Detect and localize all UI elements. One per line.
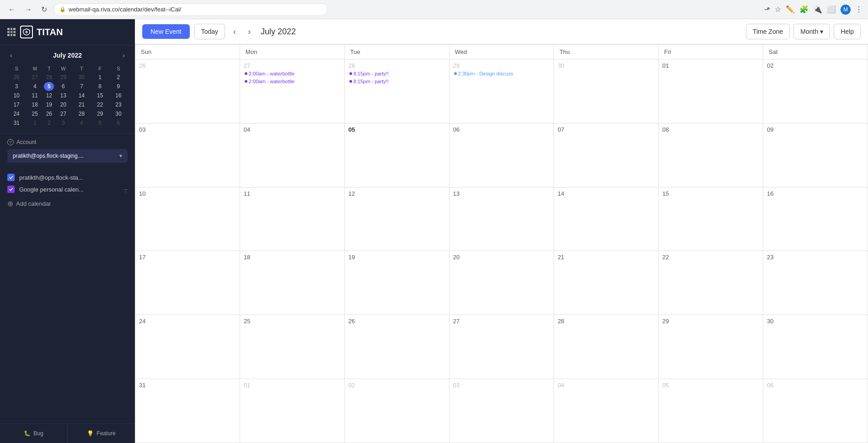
calendar-day[interactable]: 26 xyxy=(344,315,449,379)
mini-cal-day[interactable]: 31 xyxy=(7,118,26,128)
mini-cal-day[interactable]: 9 xyxy=(109,82,128,91)
mini-cal-day[interactable]: 23 xyxy=(109,100,128,109)
mini-cal-day[interactable]: 16 xyxy=(109,91,128,100)
mini-cal-day[interactable]: 15 xyxy=(91,91,109,100)
mini-cal-day[interactable]: 29 xyxy=(91,109,109,118)
calendar-day[interactable]: 02 xyxy=(763,59,868,123)
mini-cal-day[interactable]: 4 xyxy=(26,82,44,91)
calendar-day[interactable]: 04 xyxy=(240,123,344,187)
mini-cal-day[interactable]: 7 xyxy=(72,82,91,91)
mini-cal-day[interactable]: 5 xyxy=(91,118,109,128)
calendar-day[interactable]: 03 xyxy=(135,123,240,187)
calendar-day[interactable]: 20 xyxy=(449,251,554,315)
window-icon[interactable]: ⬜ xyxy=(827,5,836,14)
mini-cal-day[interactable]: 20 xyxy=(54,100,72,109)
calendar-day[interactable]: 13 xyxy=(449,187,554,251)
mini-cal-day[interactable]: 30 xyxy=(72,73,91,82)
event-item[interactable]: 2:00am - waterbottle xyxy=(244,78,341,85)
mini-cal-day[interactable]: 1 xyxy=(91,73,109,82)
today-button[interactable]: Today xyxy=(194,24,225,39)
reload-button[interactable]: ↻ xyxy=(38,3,50,16)
bug-button[interactable]: 🐛 Bug xyxy=(0,424,68,443)
calendar-day[interactable]: 03 xyxy=(449,379,554,443)
calendar-day[interactable]: 27 xyxy=(449,315,554,379)
calendar-day[interactable]: 06 xyxy=(763,379,868,443)
mini-cal-day[interactable]: 6 xyxy=(54,82,72,91)
mini-cal-day[interactable]: 3 xyxy=(54,118,72,128)
calendar-day[interactable]: 02 xyxy=(344,379,449,443)
calendar-day[interactable]: 272:00am - waterbottle2:00am - waterbott… xyxy=(240,59,344,123)
calendar-day[interactable]: 31 xyxy=(135,379,240,443)
mini-cal-next[interactable]: › xyxy=(120,51,128,60)
calendar-day[interactable]: 29 xyxy=(659,315,763,379)
calendar-day[interactable]: 10 xyxy=(135,187,240,251)
calendar-day[interactable]: 24 xyxy=(135,315,240,379)
event-item[interactable]: 2:00am - waterbottle xyxy=(244,70,341,77)
calendar-day[interactable]: 30 xyxy=(763,315,868,379)
timezone-button[interactable]: Time Zone xyxy=(746,24,790,39)
mini-cal-day[interactable]: 3 xyxy=(7,82,26,91)
calendar-day[interactable]: 19 xyxy=(344,251,449,315)
mini-cal-prev[interactable]: ‹ xyxy=(7,51,15,60)
calendar-day[interactable]: 28 xyxy=(554,315,659,379)
calendar-day[interactable]: 22 xyxy=(659,251,763,315)
calendar-day[interactable]: 16 xyxy=(763,187,868,251)
calendar-day[interactable]: 14 xyxy=(554,187,659,251)
next-month-button[interactable]: › xyxy=(244,25,254,38)
mini-cal-day[interactable]: 1 xyxy=(26,118,44,128)
mini-cal-day[interactable]: 12 xyxy=(44,91,54,100)
mini-cal-day[interactable]: 8 xyxy=(91,82,109,91)
bookmark-icon[interactable]: ☆ xyxy=(775,5,781,14)
mini-cal-day[interactable]: 11 xyxy=(26,91,44,100)
event-item[interactable]: 8:15pm - party!! xyxy=(348,70,445,77)
calendar-day[interactable]: 17 xyxy=(135,251,240,315)
calendar-day[interactable]: 01 xyxy=(240,379,344,443)
mini-cal-day[interactable]: 17 xyxy=(7,100,26,109)
mini-cal-day[interactable]: 27 xyxy=(54,109,72,118)
grid-icon[interactable] xyxy=(7,28,16,36)
mini-cal-day[interactable]: 24 xyxy=(7,109,26,118)
puzzle-icon[interactable]: 🔌 xyxy=(813,5,822,14)
feature-button[interactable]: 💡 Feature xyxy=(68,424,135,443)
calendar-day[interactable]: 11 xyxy=(240,187,344,251)
forward-button[interactable]: → xyxy=(22,4,35,16)
month-button[interactable]: Month ▾ xyxy=(793,24,830,39)
event-item[interactable]: 2:30pm - Design discuss xyxy=(453,70,550,77)
calendar-day[interactable]: 26 xyxy=(135,59,240,123)
edit-icon[interactable]: ✏️ xyxy=(786,5,795,14)
address-bar[interactable]: 🔒 webmail-qa.riva.co/calendar/dev/feat--… xyxy=(54,3,328,16)
mini-cal-day[interactable]: 21 xyxy=(72,100,91,109)
mini-cal-day[interactable]: 27 xyxy=(26,73,44,82)
profile-icon[interactable]: M xyxy=(841,5,851,15)
calendar-day[interactable]: 04 xyxy=(554,379,659,443)
calendar-day[interactable]: 292:30pm - Design discuss xyxy=(449,59,554,123)
help-button[interactable]: Help xyxy=(834,24,861,39)
account-selector[interactable]: pratikth@ops.flock-staging.... ▾ xyxy=(7,149,128,163)
calendar-day[interactable]: 21 xyxy=(554,251,659,315)
mini-cal-day[interactable]: 25 xyxy=(26,109,44,118)
mini-cal-day[interactable]: 13 xyxy=(54,91,72,100)
calendar-checkbox-2[interactable] xyxy=(7,186,15,193)
prev-month-button[interactable]: ‹ xyxy=(230,25,240,38)
calendar-day[interactable]: 25 xyxy=(240,315,344,379)
mini-cal-day[interactable]: 2 xyxy=(44,118,54,128)
mini-cal-day[interactable]: 10 xyxy=(7,91,26,100)
mini-cal-day[interactable]: 5 xyxy=(44,82,54,91)
mini-cal-day[interactable]: 19 xyxy=(44,100,54,109)
calendar-day[interactable]: 05 xyxy=(659,379,763,443)
mini-cal-day[interactable]: 29 xyxy=(54,73,72,82)
event-item[interactable]: 8:15pm - party!! xyxy=(348,78,445,85)
extensions-icon[interactable]: 🧩 xyxy=(799,5,809,14)
calendar-checkbox-1[interactable] xyxy=(7,174,15,181)
mini-cal-day[interactable]: 6 xyxy=(109,118,128,128)
calendar-day[interactable]: 12 xyxy=(344,187,449,251)
mini-cal-day[interactable]: 22 xyxy=(91,100,109,109)
mini-cal-day[interactable]: 26 xyxy=(44,109,54,118)
calendar-day[interactable]: 01 xyxy=(659,59,763,123)
calendar-day[interactable]: 09 xyxy=(763,123,868,187)
calendar-day[interactable]: 23 xyxy=(763,251,868,315)
mini-cal-day[interactable]: 2 xyxy=(109,73,128,82)
mini-cal-day[interactable]: 26 xyxy=(7,73,26,82)
mini-cal-day[interactable]: 30 xyxy=(109,109,128,118)
calendar-day[interactable]: 06 xyxy=(449,123,554,187)
